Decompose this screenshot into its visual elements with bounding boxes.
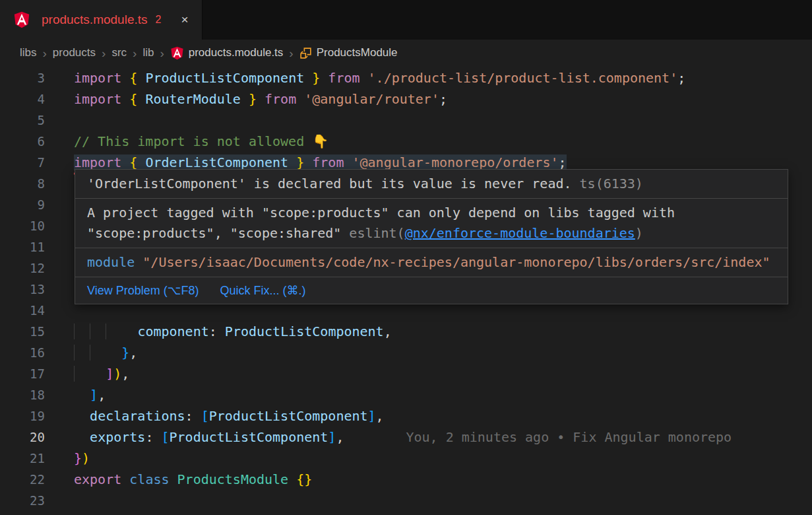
breadcrumb-item-products[interactable]: products [53,46,96,59]
code-token [74,345,90,360]
code-token: ] [90,387,98,403]
breadcrumb-item-src[interactable]: src [111,46,127,59]
chevron-right-icon: › [43,47,47,59]
code-token [74,324,90,339]
code-token [344,154,352,170]
code-token: ; [559,154,567,170]
code-token [241,91,249,107]
hover-popup: 'OrderListComponent' is declared but its… [75,169,788,304]
line-number[interactable]: 6 [0,131,45,152]
view-problem-button[interactable]: View Problem (⌥F8) [87,282,199,299]
chevron-right-icon: › [102,47,106,59]
line-number[interactable]: 15 [0,321,45,342]
code-token: exports [90,429,145,445]
code-line[interactable]: 17 ]), [0,363,812,384]
line-number[interactable]: 7 [0,152,45,173]
code-token: , [376,408,384,424]
eslint-rule-link[interactable]: @nx/enforce-module-boundaries [405,225,635,241]
code-token [296,91,304,107]
code-line[interactable]: 4import { RouterModule } from '@angular/… [0,88,812,110]
code-token [74,429,90,445]
code-token [74,366,90,382]
code-line[interactable]: 23 [0,490,812,511]
code-line[interactable]: 19 declarations: [ProductListComponent], [0,405,812,427]
line-number[interactable]: 22 [0,469,45,490]
line-number[interactable]: 4 [0,88,45,110]
line-number[interactable]: 23 [0,490,45,511]
line-number[interactable]: 21 [0,448,45,469]
code-token: : [185,408,201,424]
line-number[interactable]: 18 [0,384,45,405]
code-line[interactable]: 21}) [0,448,812,469]
diagnostic-message-eslint: A project tagged with "scope:products" c… [75,199,788,248]
code-token: import [74,91,121,107]
code-token: OrderListComponent [145,154,288,170]
line-number[interactable]: 5 [0,110,45,131]
tab-error-count-badge: 2 [156,14,162,26]
code-token: You, 2 minutes ago • Fix Angular monorep… [406,429,732,445]
code-token [320,70,328,86]
angular-icon [13,11,30,28]
code-token: [ [201,408,209,424]
code-token: , [98,387,106,403]
diagnostic-source: ts(6133) [580,176,643,191]
diagnostic-text: 'OrderListComponent' is declared but its… [87,176,572,191]
line-number[interactable]: 16 [0,342,45,363]
code-token: ] [368,408,376,424]
code-token: ProductListComponent [145,70,304,86]
line-number[interactable]: 17 [0,363,45,384]
code-line[interactable]: 16 }, [0,342,812,363]
code-line[interactable]: 18 ], [0,384,812,405]
code-token [288,471,296,487]
line-number[interactable]: 9 [0,194,45,215]
code-token: { [129,70,137,86]
code-token [137,91,145,107]
code-token [121,471,129,487]
module-path: "/Users/isaac/Documents/code/nx-recipes/… [142,254,770,270]
code-line[interactable]: 20 exports: [ProductListComponent],You, … [0,427,812,448]
chevron-right-icon: › [133,47,137,59]
breadcrumb-item-file[interactable]: products.module.ts [189,46,284,59]
tab-products-module[interactable]: products.module.ts 2 × [0,0,203,40]
diagnostic-highlight: import { OrderListComponent } from '@ang… [74,154,567,170]
line-number[interactable]: 8 [0,173,45,194]
code-token: : [209,324,225,339]
code-line[interactable]: 5 [0,110,812,131]
code-token: ) [82,450,90,466]
code-token: './product-list/product-list.component' [368,70,678,86]
line-number[interactable]: 11 [0,236,45,258]
code-token [121,70,129,86]
code-line[interactable]: 15 component: ProductListComponent, [0,321,812,342]
code-token: ; [677,70,685,86]
line-number[interactable]: 10 [0,215,45,236]
code-token: ProductListComponent [225,324,384,339]
code-token [288,154,296,170]
line-number[interactable]: 13 [0,279,45,300]
line-number[interactable]: 3 [0,67,45,88]
code-token: { [129,154,137,170]
code-token [170,471,177,487]
code-token: ProductsModule [177,471,289,487]
close-icon[interactable]: × [178,11,191,28]
line-number[interactable]: 20 [0,427,45,448]
line-number[interactable]: 19 [0,405,45,427]
code-token: from [328,70,359,86]
line-number[interactable]: 14 [0,300,45,321]
breadcrumb-item-lib[interactable]: lib [142,46,154,59]
code-token: {} [296,471,312,487]
code-line[interactable]: 6// This import is not allowed 👇 [0,131,812,152]
breadcrumb-item-symbol[interactable]: ProductsModule [317,46,398,59]
breadcrumb: libs › products › src › lib › products.m… [0,40,812,66]
module-keyword: module [87,254,135,270]
code-token: export [74,471,121,487]
diagnostic-message-ts: 'OrderListComponent' is declared but its… [75,170,788,199]
code-line[interactable]: 3import { ProductListComponent } from '.… [0,67,812,88]
breadcrumb-item-libs[interactable]: libs [20,46,37,59]
line-number[interactable]: 12 [0,258,45,279]
code-line[interactable]: 22export class ProductsModule {} [0,469,812,490]
code-token: } [74,450,82,466]
quick-fix-button[interactable]: Quick Fix... (⌘.) [220,282,305,299]
code-token [90,324,106,339]
code-token [304,154,312,170]
code-token [360,70,368,86]
